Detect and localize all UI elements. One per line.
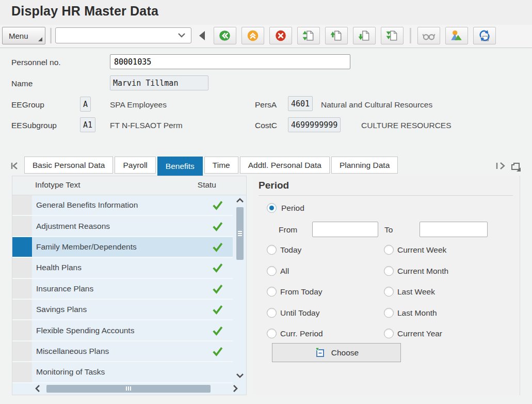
page-up-icon [330, 29, 343, 42]
command-field-input[interactable] [55, 27, 191, 43]
page-title: Display HR Master Data [11, 4, 158, 19]
scroll-right-icon[interactable] [232, 384, 239, 393]
infotype-text: Savings Plans [34, 305, 87, 314]
table-row[interactable]: Family Member/Dependents [12, 237, 233, 258]
radio-last-month[interactable] [384, 308, 394, 318]
radio-last-week[interactable] [384, 287, 394, 297]
tab-scroll-left-icon[interactable] [9, 161, 20, 171]
scroll-left-icon[interactable] [34, 384, 41, 393]
tab-addtl-personal-data[interactable]: Addtl. Personal Data [240, 157, 330, 174]
overview-button[interactable] [445, 27, 468, 44]
table-row[interactable]: Miscellaneous Plans [12, 341, 233, 362]
to-date-input[interactable] [420, 222, 488, 237]
table-row[interactable]: Flexible Spending Accounts [12, 320, 233, 341]
tab-label: Planning Data [340, 161, 390, 170]
cancel-button[interactable] [269, 27, 292, 44]
next-page-button[interactable] [353, 27, 376, 44]
vertical-scrollbar[interactable] [234, 197, 246, 380]
radio-from-today-label: From Today [280, 287, 323, 297]
row-selector[interactable] [12, 258, 32, 277]
scroll-up-icon[interactable] [234, 197, 246, 205]
refresh-button[interactable] [473, 27, 496, 44]
tab-basic-personal-data[interactable]: Basic Personal Data [24, 157, 113, 174]
radio-current-year[interactable] [384, 329, 394, 338]
exit-icon [246, 29, 260, 42]
exit-button[interactable] [241, 27, 264, 44]
page-down-icon [358, 29, 371, 42]
tab-label: Payroll [123, 161, 147, 170]
back-button[interactable] [214, 27, 236, 44]
row-selector[interactable] [12, 320, 32, 340]
display-change-button[interactable] [417, 27, 440, 44]
table-row[interactable]: Insurance Plans [12, 279, 233, 300]
tab-label: Benefits [166, 162, 195, 171]
radio-curr-period[interactable] [267, 329, 277, 338]
table-row[interactable]: Health Plans [12, 258, 233, 278]
ee-group-field: A [80, 97, 91, 112]
infotype-text: Family Member/Dependents [34, 242, 137, 252]
ee-subgroup-field: A1 [80, 117, 95, 132]
row-selector[interactable] [12, 300, 32, 319]
scroll-down-icon[interactable] [234, 372, 246, 380]
infotype-rows: General Benefits Information Adjustment … [12, 195, 233, 383]
first-page-button[interactable] [297, 27, 320, 44]
to-label: To [384, 225, 393, 235]
tab-payroll[interactable]: Payroll [115, 157, 155, 174]
tab-time[interactable]: Time [204, 157, 238, 174]
pers-area-text: Natural and Cultural Resources [321, 100, 432, 110]
last-page-button[interactable] [381, 27, 404, 44]
infotype-text: Insurance Plans [34, 284, 93, 293]
pers-area-label: PersA [255, 100, 277, 110]
collapse-toolbar-icon[interactable] [199, 31, 205, 40]
row-selector[interactable] [12, 195, 32, 215]
tab-scroll-right-icon[interactable] [495, 161, 506, 171]
horizontal-scrollbar-thumb[interactable] [46, 385, 211, 393]
menu-button[interactable]: Menu [2, 27, 45, 44]
from-date-input[interactable] [312, 222, 378, 237]
radio-period[interactable] [267, 203, 277, 213]
choose-button[interactable]: Choose [272, 343, 401, 362]
horizontal-scrollbar[interactable] [34, 384, 239, 393]
ee-subgroup-text: FT N-FLSAOT Perm [110, 121, 183, 130]
cost-center-text: CULTURE RESOURCES [361, 121, 452, 130]
vertical-scrollbar-thumb[interactable] [236, 207, 244, 260]
radio-current-month[interactable] [384, 266, 394, 276]
radio-current-year-label: Current Year [397, 329, 442, 338]
radio-until-today-label: Until Today [280, 308, 319, 318]
tab-planning-data[interactable]: Planning Data [331, 157, 398, 174]
radio-from-today[interactable] [267, 287, 277, 297]
row-selector[interactable] [12, 216, 32, 236]
radio-current-week-label: Current Week [397, 245, 446, 255]
check-icon [211, 324, 224, 337]
radio-until-today[interactable] [267, 308, 277, 318]
infotype-text: Health Plans [34, 263, 82, 272]
toolbar-separator [50, 28, 52, 43]
personnel-no-label: Personnel no. [11, 58, 61, 67]
radio-today[interactable] [267, 245, 277, 255]
choose-button-label: Choose [331, 348, 359, 358]
name-label: Name [11, 79, 33, 88]
table-row[interactable]: General Benefits Information [12, 195, 233, 216]
tab-overview-icon[interactable] [510, 161, 521, 172]
row-selector[interactable] [12, 362, 32, 382]
table-row[interactable]: Adjustment Reasons [12, 216, 233, 237]
tab-label: Basic Personal Data [33, 161, 105, 170]
infotype-text: Miscellaneous Plans [34, 347, 109, 356]
radio-current-week[interactable] [384, 245, 394, 255]
table-row[interactable]: Monitoring of Tasks [12, 362, 233, 383]
page-first-icon [302, 29, 315, 42]
table-row[interactable]: Savings Plans [12, 300, 233, 320]
row-selector[interactable] [12, 279, 32, 299]
personnel-no-input[interactable] [110, 54, 350, 69]
cost-center-field: 4699999999 [288, 117, 341, 132]
horizontal-scrollbar-track[interactable] [46, 385, 227, 393]
column-header-infotype-text: Infotype Text [35, 180, 80, 190]
row-selector[interactable] [12, 237, 32, 257]
mountains-icon [450, 29, 463, 42]
previous-page-button[interactable] [325, 27, 348, 44]
radio-all[interactable] [267, 266, 277, 276]
ee-group-text: SPA Employees [110, 100, 167, 110]
row-selector[interactable] [12, 341, 32, 361]
tab-benefits[interactable]: Benefits [157, 157, 203, 176]
period-panel-title: Period [259, 180, 289, 191]
